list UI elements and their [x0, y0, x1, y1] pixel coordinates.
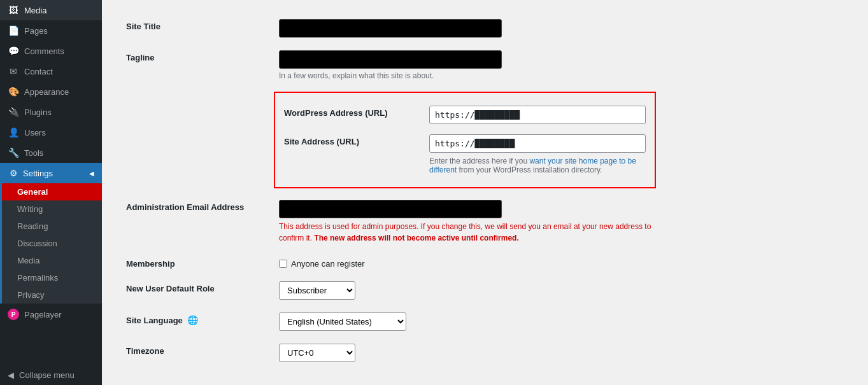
- site-address-hint: Enter the address here if you want your …: [429, 157, 646, 174]
- settings-icon: ⚙: [10, 168, 18, 178]
- settings-arrow-icon: ◀: [89, 170, 94, 177]
- plugins-icon: 🔌: [8, 107, 19, 117]
- pagelayer-icon: P: [8, 309, 19, 320]
- sidebar-item-settings-label: Settings: [23, 169, 53, 178]
- sidebar-sub-media[interactable]: Media: [2, 252, 102, 269]
- row-site-title: Site Title: [121, 13, 849, 44]
- membership-checkbox-row: Anyone can register: [279, 256, 844, 269]
- site-language-select[interactable]: English (United States) English (UK): [279, 312, 406, 331]
- sidebar-sub-privacy[interactable]: Privacy: [2, 286, 102, 304]
- row-membership: Membership Anyone can register: [121, 250, 849, 275]
- sidebar-item-users[interactable]: 👤 Users: [0, 122, 102, 143]
- timezone-label: Timezone: [126, 346, 164, 356]
- membership-checkbox-label[interactable]: Anyone can register: [291, 259, 365, 269]
- collapse-menu-button[interactable]: ◀ Collapse menu: [0, 365, 102, 385]
- timezone-select[interactable]: UTC+0 UTC-5 UTC+1 UTC+8: [279, 344, 355, 362]
- sidebar-item-tools-label: Tools: [24, 148, 43, 158]
- tagline-label: Tagline: [126, 53, 155, 62]
- sidebar-sub-general[interactable]: General: [2, 183, 102, 200]
- sidebar-sub-writing[interactable]: Writing: [2, 200, 102, 218]
- sidebar-item-tools[interactable]: 🔧 Tools: [0, 143, 102, 163]
- sidebar-item-appearance[interactable]: 🎨 Appearance: [0, 81, 102, 102]
- row-site-address-inner: Site Address (URL) Enter the address her…: [284, 129, 646, 179]
- sidebar: 🖼 Media 📄 Pages 💬 Comments ✉ Contact 🎨 A…: [0, 0, 102, 385]
- sidebar-item-comments[interactable]: 💬 Comments: [0, 41, 102, 61]
- pages-icon: 📄: [8, 25, 19, 36]
- sidebar-sub-discussion[interactable]: Discussion: [2, 235, 102, 252]
- media-icon: 🖼: [8, 5, 19, 15]
- sidebar-item-pages-label: Pages: [24, 26, 48, 36]
- row-wp-address-inner: WordPress Address (URL): [284, 101, 646, 129]
- main-content: Site Title Tagline In a few words, expla…: [102, 0, 868, 385]
- sidebar-item-plugins-label: Plugins: [24, 108, 52, 117]
- site-address-label: Site Address (URL): [284, 137, 359, 146]
- membership-label: Membership: [126, 259, 175, 269]
- admin-email-hint: This address is used for admin purposes.…: [279, 221, 661, 244]
- site-title-input[interactable]: [279, 19, 502, 38]
- row-site-language: Site Language 🌐 English (United States) …: [121, 306, 849, 337]
- sidebar-item-pages[interactable]: 📄 Pages: [0, 20, 102, 41]
- new-user-role-label: New User Default Role: [126, 284, 215, 293]
- collapse-icon: ◀: [8, 370, 14, 380]
- comments-icon: 💬: [8, 46, 19, 56]
- wp-address-input[interactable]: [429, 106, 646, 124]
- sidebar-item-media[interactable]: 🖼 Media: [0, 0, 102, 20]
- row-admin-email: Administration Email Address This addres…: [121, 193, 849, 250]
- sidebar-item-pagelayer-label: Pagelayer: [24, 310, 62, 319]
- tagline-hint: In a few words, explain what this site i…: [279, 71, 844, 80]
- site-language-icon: 🌐: [187, 315, 198, 325]
- contact-icon: ✉: [8, 66, 19, 76]
- tools-icon: 🔧: [8, 148, 19, 158]
- admin-email-input[interactable]: [279, 200, 502, 218]
- collapse-menu-label: Collapse menu: [19, 370, 75, 380]
- sidebar-item-pagelayer[interactable]: P Pagelayer: [0, 304, 102, 325]
- wp-address-label: WordPress Address (URL): [284, 108, 388, 118]
- settings-table: Site Title Tagline In a few words, expla…: [121, 13, 849, 368]
- admin-email-label: Administration Email Address: [126, 202, 244, 212]
- row-tagline: Tagline In a few words, explain what thi…: [121, 44, 849, 87]
- sidebar-item-plugins[interactable]: 🔌 Plugins: [0, 102, 102, 122]
- tagline-input[interactable]: [279, 50, 502, 69]
- sidebar-item-comments-label: Comments: [24, 46, 64, 56]
- new-user-role-select[interactable]: Subscriber Contributor Author Editor Adm…: [279, 281, 355, 300]
- sidebar-sub-permalinks[interactable]: Permalinks: [2, 269, 102, 286]
- settings-submenu: General Writing Reading Discussion Media…: [2, 183, 102, 304]
- site-address-input[interactable]: [429, 134, 646, 153]
- sidebar-item-contact-label: Contact: [24, 67, 53, 76]
- appearance-icon: 🎨: [8, 87, 19, 97]
- row-new-user-role: New User Default Role Subscriber Contrib…: [121, 275, 849, 306]
- membership-checkbox[interactable]: [279, 260, 287, 268]
- site-title-label: Site Title: [126, 22, 160, 31]
- row-urls: WordPress Address (URL) Site Address (UR…: [121, 87, 849, 193]
- site-language-label: Site Language 🌐: [126, 316, 198, 325]
- sidebar-sub-reading[interactable]: Reading: [2, 218, 102, 235]
- row-timezone: Timezone UTC+0 UTC-5 UTC+1 UTC+8: [121, 337, 849, 368]
- users-icon: 👤: [8, 127, 19, 137]
- sidebar-item-settings[interactable]: ⚙ Settings ◀: [2, 163, 102, 183]
- sidebar-item-appearance-label: Appearance: [24, 87, 69, 97]
- sidebar-item-media-label: Media: [24, 6, 46, 15]
- sidebar-item-users-label: Users: [24, 128, 46, 137]
- sidebar-item-contact[interactable]: ✉ Contact: [0, 61, 102, 81]
